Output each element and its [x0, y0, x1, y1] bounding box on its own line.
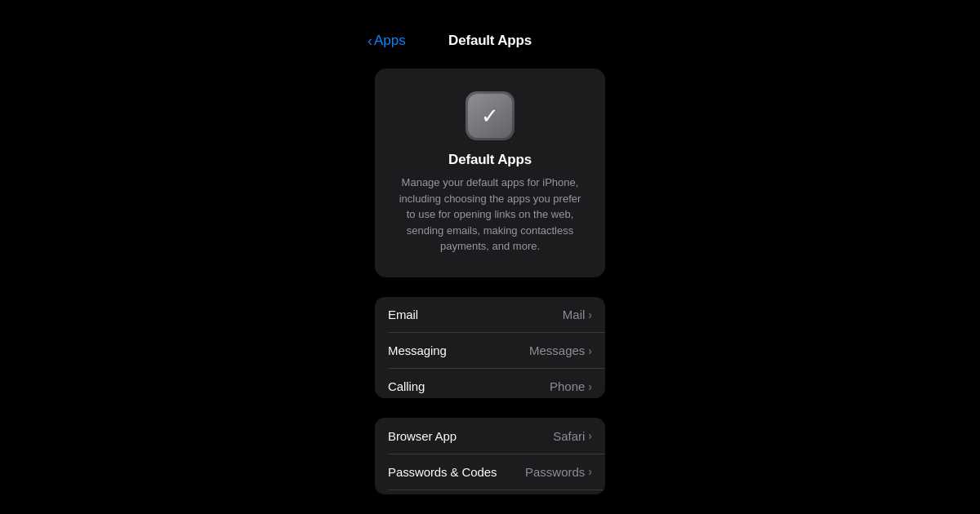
- row-passwords-codes[interactable]: Passwords & Codes Passwords ›: [375, 454, 605, 490]
- app-icon: ✓: [466, 91, 514, 140]
- page-container: ‹ Apps Default Apps ✓ Default Apps Manag…: [0, 0, 980, 514]
- row-calling-right: Phone ›: [550, 379, 592, 393]
- info-card: ✓ Default Apps Manage your default apps …: [375, 69, 605, 277]
- row-messaging-chevron-icon: ›: [588, 344, 592, 357]
- row-messaging-right: Messages ›: [529, 343, 592, 357]
- row-messaging[interactable]: Messaging Messages ›: [375, 333, 605, 369]
- row-email[interactable]: Email Mail ›: [375, 297, 605, 333]
- row-email-value: Mail: [563, 308, 586, 321]
- info-card-title: Default Apps: [448, 152, 532, 168]
- row-messaging-label: Messaging: [388, 343, 447, 357]
- row-browser-app-value: Safari: [553, 429, 585, 443]
- row-calling-value: Phone: [550, 379, 585, 393]
- info-card-description: Manage your default apps for iPhone, inc…: [394, 175, 586, 255]
- row-email-label: Email: [388, 308, 418, 321]
- row-passwords-codes-value: Passwords: [525, 465, 585, 479]
- settings-group-2: Browser App Safari › Passwords & Codes P…: [375, 418, 605, 494]
- row-browser-app-chevron-icon: ›: [588, 429, 592, 442]
- row-browser-app[interactable]: Browser App Safari ›: [375, 418, 605, 454]
- row-browser-app-right: Safari ›: [553, 429, 592, 443]
- back-chevron-icon: ‹: [368, 33, 372, 50]
- back-button[interactable]: ‹ Apps: [368, 33, 406, 50]
- row-keyboards[interactable]: Keyboards 2 ›: [375, 490, 605, 494]
- row-email-right: Mail ›: [563, 308, 592, 321]
- page-title: Default Apps: [448, 33, 532, 49]
- settings-group-1: Email Mail › Messaging Messages › Callin…: [375, 297, 605, 399]
- checkmark-icon: ✓: [481, 105, 499, 126]
- back-label: Apps: [374, 33, 406, 49]
- row-email-chevron-icon: ›: [588, 308, 592, 321]
- row-calling-label: Calling: [388, 379, 425, 393]
- row-calling[interactable]: Calling Phone ›: [375, 369, 605, 399]
- app-icon-inner: ✓: [468, 94, 512, 138]
- row-passwords-codes-right: Passwords ›: [525, 465, 592, 479]
- row-passwords-codes-chevron-icon: ›: [588, 465, 592, 478]
- row-passwords-codes-label: Passwords & Codes: [388, 465, 497, 479]
- header: ‹ Apps Default Apps: [0, 33, 980, 49]
- row-messaging-value: Messages: [529, 343, 585, 357]
- row-calling-chevron-icon: ›: [588, 380, 592, 393]
- row-browser-app-label: Browser App: [388, 429, 457, 443]
